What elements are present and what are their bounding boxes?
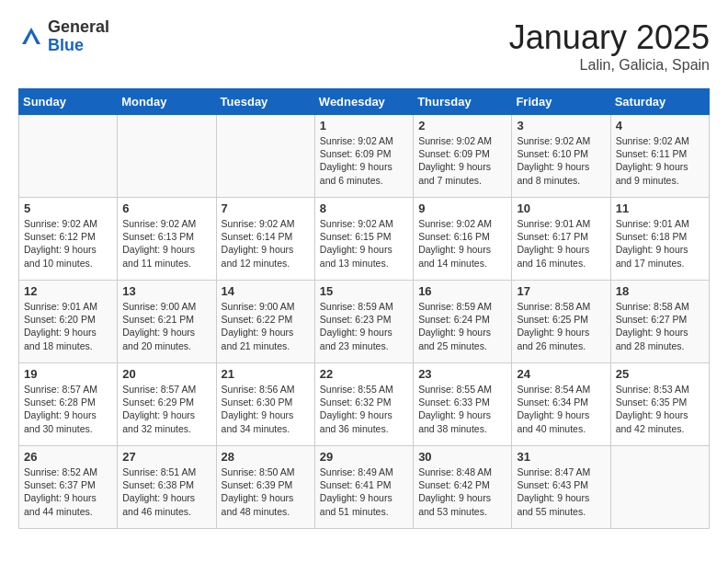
day-number: 16 — [418, 284, 506, 298]
day-info-line: Sunset: 6:21 PM — [122, 313, 210, 326]
calendar-cell: 30Sunrise: 8:48 AMSunset: 6:42 PMDayligh… — [414, 446, 512, 529]
day-info-line: Daylight: 9 hours and 10 minutes. — [24, 243, 112, 269]
day-info-line: Sunset: 6:16 PM — [418, 230, 506, 243]
day-info-line: Daylight: 9 hours and 17 minutes. — [616, 243, 704, 269]
calendar-cell: 21Sunrise: 8:56 AMSunset: 6:30 PMDayligh… — [216, 363, 314, 446]
day-number: 15 — [320, 284, 408, 298]
day-number: 23 — [418, 367, 506, 381]
calendar-week-row: 5Sunrise: 9:02 AMSunset: 6:12 PMDaylight… — [19, 198, 710, 281]
calendar-cell: 19Sunrise: 8:57 AMSunset: 6:28 PMDayligh… — [19, 363, 118, 446]
day-info-line: Sunset: 6:28 PM — [24, 396, 112, 408]
day-info-line: Sunset: 6:15 PM — [320, 230, 408, 243]
calendar-cell: 9Sunrise: 9:02 AMSunset: 6:16 PMDaylight… — [414, 198, 512, 281]
day-info-line: Daylight: 9 hours and 9 minutes. — [616, 160, 704, 186]
day-info-line: Sunset: 6:14 PM — [222, 230, 310, 243]
day-info-line: Sunset: 6:24 PM — [418, 313, 506, 326]
day-number: 20 — [122, 367, 210, 381]
day-number: 22 — [320, 367, 408, 381]
calendar-cell: 4Sunrise: 9:02 AMSunset: 6:11 PMDaylight… — [610, 115, 709, 198]
day-info-line: Sunset: 6:29 PM — [122, 396, 210, 408]
logo: General Blue — [18, 18, 109, 55]
calendar-cell: 3Sunrise: 9:02 AMSunset: 6:10 PMDaylight… — [512, 115, 610, 198]
title-block: January 2025 Lalin, Galicia, Spain — [509, 18, 710, 74]
weekday-header-thursday: Thursday — [414, 89, 512, 115]
day-info-line: Daylight: 9 hours and 7 minutes. — [418, 160, 506, 186]
day-info-line: Sunset: 6:17 PM — [517, 230, 605, 243]
day-number: 2 — [418, 119, 506, 132]
day-info-line: Sunset: 6:09 PM — [418, 147, 506, 160]
calendar-cell — [118, 115, 216, 198]
calendar-cell: 15Sunrise: 8:59 AMSunset: 6:23 PMDayligh… — [314, 281, 413, 363]
day-info-line: Sunset: 6:23 PM — [320, 313, 408, 326]
day-info-line: Sunrise: 8:51 AM — [122, 465, 210, 478]
day-info-line: Daylight: 9 hours and 11 minutes. — [122, 243, 210, 269]
weekday-header-row: SundayMondayTuesdayWednesdayThursdayFrid… — [19, 89, 710, 115]
day-info-line: Sunset: 6:09 PM — [320, 147, 408, 160]
day-info-line: Daylight: 9 hours and 26 minutes. — [517, 326, 605, 351]
day-number: 27 — [122, 450, 210, 464]
day-info-line: Sunrise: 8:54 AM — [517, 383, 605, 396]
day-info-line: Sunset: 6:41 PM — [320, 478, 408, 491]
day-info-line: Daylight: 9 hours and 55 minutes. — [517, 491, 605, 517]
calendar-cell: 23Sunrise: 8:55 AMSunset: 6:33 PMDayligh… — [414, 363, 512, 446]
calendar-cell: 10Sunrise: 9:01 AMSunset: 6:17 PMDayligh… — [512, 198, 610, 281]
calendar-cell: 14Sunrise: 9:00 AMSunset: 6:22 PMDayligh… — [216, 281, 314, 363]
calendar-cell — [19, 115, 118, 198]
day-number: 5 — [24, 201, 112, 215]
day-info-line: Sunset: 6:42 PM — [418, 478, 506, 491]
logo-blue-text: Blue — [48, 37, 109, 55]
calendar-week-row: 1Sunrise: 9:02 AMSunset: 6:09 PMDaylight… — [19, 115, 710, 198]
day-info-line: Daylight: 9 hours and 18 minutes. — [24, 326, 112, 351]
day-info-line: Sunrise: 9:01 AM — [517, 217, 605, 230]
logo-text: General Blue — [48, 18, 109, 55]
day-number: 26 — [24, 450, 112, 464]
day-number: 19 — [24, 367, 112, 381]
calendar-cell — [610, 446, 709, 529]
day-info-line: Sunrise: 8:59 AM — [418, 300, 506, 313]
day-info-line: Daylight: 9 hours and 38 minutes. — [418, 408, 506, 434]
day-info-line: Sunrise: 9:01 AM — [616, 217, 704, 230]
day-info-line: Sunset: 6:13 PM — [122, 230, 210, 243]
day-info-line: Sunset: 6:39 PM — [222, 478, 310, 491]
day-number: 14 — [222, 284, 310, 298]
day-info-line: Sunset: 6:25 PM — [517, 313, 605, 326]
day-number: 18 — [616, 284, 704, 298]
calendar-cell: 16Sunrise: 8:59 AMSunset: 6:24 PMDayligh… — [414, 281, 512, 363]
day-info-line: Sunset: 6:30 PM — [222, 396, 310, 408]
day-info-line: Sunrise: 9:02 AM — [418, 134, 506, 147]
day-info-line: Daylight: 9 hours and 42 minutes. — [616, 408, 704, 434]
day-number: 11 — [616, 201, 704, 215]
day-info-line: Daylight: 9 hours and 53 minutes. — [418, 491, 506, 517]
day-info-line: Daylight: 9 hours and 44 minutes. — [24, 491, 112, 517]
day-info-line: Sunrise: 9:00 AM — [122, 300, 210, 313]
calendar-cell: 8Sunrise: 9:02 AMSunset: 6:15 PMDaylight… — [314, 198, 413, 281]
day-info-line: Sunrise: 9:01 AM — [24, 300, 112, 313]
day-info-line: Sunrise: 9:02 AM — [418, 217, 506, 230]
day-info-line: Sunset: 6:10 PM — [517, 147, 605, 160]
day-number: 21 — [222, 367, 310, 381]
day-info-line: Daylight: 9 hours and 14 minutes. — [418, 243, 506, 269]
calendar-cell — [216, 115, 314, 198]
month-title: January 2025 — [509, 18, 710, 57]
logo-icon — [18, 24, 44, 50]
calendar-week-row: 26Sunrise: 8:52 AMSunset: 6:37 PMDayligh… — [19, 446, 710, 529]
day-number: 12 — [24, 284, 112, 298]
day-info-line: Sunset: 6:32 PM — [320, 396, 408, 408]
calendar-cell: 12Sunrise: 9:01 AMSunset: 6:20 PMDayligh… — [19, 281, 118, 363]
day-info-line: Sunrise: 8:57 AM — [24, 383, 112, 396]
day-info-line: Daylight: 9 hours and 40 minutes. — [517, 408, 605, 434]
day-info-line: Sunset: 6:18 PM — [616, 230, 704, 243]
calendar-table: SundayMondayTuesdayWednesdayThursdayFrid… — [18, 88, 710, 529]
calendar-cell: 29Sunrise: 8:49 AMSunset: 6:41 PMDayligh… — [314, 446, 413, 529]
day-info-line: Daylight: 9 hours and 20 minutes. — [122, 326, 210, 351]
weekday-header-friday: Friday — [512, 89, 610, 115]
day-info-line: Daylight: 9 hours and 23 minutes. — [320, 326, 408, 351]
day-info-line: Daylight: 9 hours and 48 minutes. — [222, 491, 310, 517]
page-header: General Blue January 2025 Lalin, Galicia… — [18, 18, 710, 74]
day-number: 13 — [122, 284, 210, 298]
day-info-line: Daylight: 9 hours and 16 minutes. — [517, 243, 605, 269]
day-number: 25 — [616, 367, 704, 381]
day-info-line: Sunset: 6:12 PM — [24, 230, 112, 243]
day-info-line: Sunrise: 9:02 AM — [24, 217, 112, 230]
calendar-cell: 1Sunrise: 9:02 AMSunset: 6:09 PMDaylight… — [314, 115, 413, 198]
